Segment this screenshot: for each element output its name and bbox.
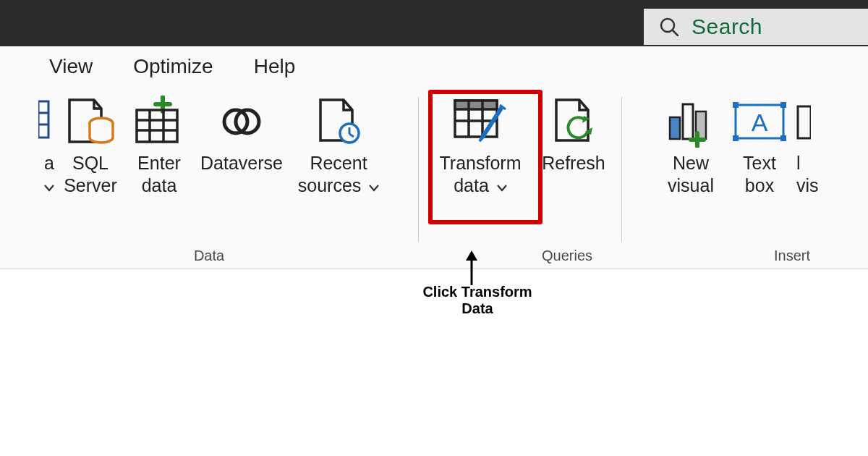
ribbon-tabs: View Optimize Help [0, 46, 868, 87]
group-label-insert: Insert [774, 248, 854, 269]
partial-right-label-1: l [796, 153, 801, 173]
svg-rect-29 [733, 135, 739, 141]
annotation-text: Click Transform Data [405, 284, 550, 317]
text-box-icon: A [730, 91, 789, 152]
partial-label: a [44, 153, 54, 173]
chevron-down-icon [44, 174, 54, 197]
recent-sources-label-2: sources [298, 175, 362, 195]
sql-server-button[interactable]: SQL Server [54, 91, 127, 198]
new-visual-label-2: visual [668, 175, 714, 195]
sql-server-label-2: Server [64, 175, 117, 195]
svg-rect-2 [38, 101, 48, 138]
text-box-label-2: box [745, 175, 774, 195]
annotation-arrow [463, 250, 480, 287]
tab-optimize[interactable]: Optimize [133, 55, 213, 78]
group-insert: New visual A Text [622, 87, 854, 269]
group-data: a SQL Server [0, 87, 418, 269]
partial-more-visuals-button[interactable]: l vis [792, 91, 821, 198]
title-bar: Search [0, 0, 868, 46]
transform-data-label-1: Transform [440, 153, 522, 173]
refresh-button[interactable]: Refresh [534, 91, 613, 198]
text-box-label-1: Text [743, 153, 776, 173]
dataverse-button[interactable]: Dataverse [192, 91, 292, 198]
partial-right-icon [796, 91, 811, 152]
transform-data-label-2: data [454, 175, 489, 195]
svg-text:A: A [752, 109, 768, 136]
svg-rect-28 [780, 102, 786, 108]
svg-rect-17 [455, 101, 497, 109]
search-placeholder: Search [692, 14, 762, 39]
svg-line-1 [673, 30, 678, 35]
refresh-label: Refresh [542, 153, 605, 173]
svg-rect-30 [780, 135, 786, 141]
chevron-down-icon [369, 174, 379, 197]
recent-sources-icon [312, 91, 365, 152]
dataverse-label: Dataverse [200, 153, 283, 173]
partial-data-button[interactable]: a [33, 91, 54, 198]
ribbon: a SQL Server [0, 87, 868, 269]
sql-server-icon [62, 91, 119, 152]
chevron-down-icon [497, 174, 507, 197]
new-visual-label-1: New [673, 153, 709, 173]
recent-sources-button[interactable]: Recent sources [292, 91, 386, 198]
enter-data-label-1: Enter [137, 153, 181, 173]
partial-icon [38, 91, 54, 152]
dataverse-icon [211, 91, 272, 152]
text-box-button[interactable]: A Text box [727, 91, 792, 198]
enter-data-icon [132, 91, 186, 152]
group-label-queries: Queries [542, 248, 621, 269]
group-queries: Transform data [419, 87, 621, 269]
tab-help[interactable]: Help [254, 55, 296, 78]
refresh-icon [548, 91, 600, 152]
svg-rect-27 [733, 102, 739, 108]
tab-view[interactable]: View [49, 55, 93, 78]
sql-server-label-1: SQL [72, 153, 109, 173]
svg-rect-21 [670, 117, 680, 139]
new-visual-icon [663, 91, 719, 152]
svg-rect-32 [798, 106, 811, 138]
annotation-line-1: Click Transform [422, 284, 532, 300]
new-visual-button[interactable]: New visual [655, 91, 727, 198]
partial-right-label-2: vis [796, 175, 819, 195]
enter-data-button[interactable]: Enter data [127, 91, 192, 198]
search-icon [658, 16, 680, 38]
recent-sources-label-1: Recent [310, 153, 367, 173]
group-label-data: Data [194, 248, 224, 269]
search-box[interactable]: Search [644, 9, 868, 45]
transform-data-button[interactable]: Transform data [427, 91, 534, 198]
svg-rect-8 [137, 110, 177, 142]
transform-data-icon [449, 91, 511, 152]
svg-rect-22 [683, 104, 693, 139]
enter-data-label-2: data [142, 175, 177, 195]
annotation-line-2: Data [461, 300, 493, 316]
